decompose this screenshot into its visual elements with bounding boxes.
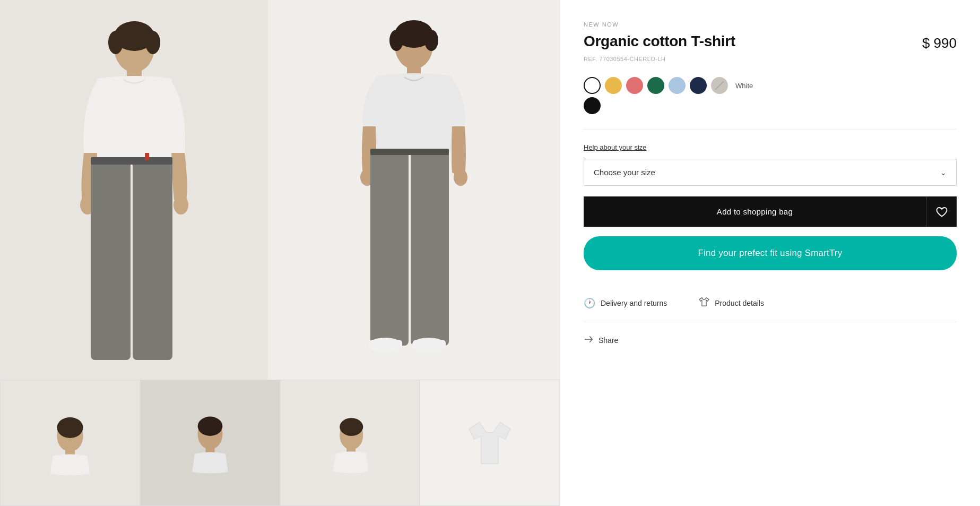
thumbnail-2[interactable] bbox=[140, 380, 280, 506]
color-swatch-light-blue[interactable] bbox=[669, 77, 686, 94]
thumbnail-4[interactable] bbox=[420, 380, 560, 506]
svg-rect-22 bbox=[369, 340, 402, 348]
svg-point-29 bbox=[197, 417, 222, 436]
product-badge: NEW NOW bbox=[584, 21, 957, 28]
bottom-links: 🕐 Delivery and returns Product details bbox=[584, 297, 957, 309]
svg-rect-19 bbox=[411, 149, 449, 346]
product-details-label: Product details bbox=[715, 299, 764, 307]
share-icon bbox=[584, 335, 593, 345]
tshirt-icon bbox=[699, 297, 709, 309]
svg-rect-7 bbox=[91, 158, 131, 360]
delivery-returns-label: Delivery and returns bbox=[601, 299, 667, 307]
gallery-main-images bbox=[0, 0, 560, 380]
svg-rect-20 bbox=[370, 149, 449, 155]
color-swatch-light-gray[interactable] bbox=[711, 77, 728, 94]
svg-rect-9 bbox=[91, 157, 172, 165]
size-dropdown-label: Choose your size bbox=[594, 168, 655, 177]
svg-rect-8 bbox=[133, 158, 172, 360]
add-to-bag-row: Add to shopping bag bbox=[584, 196, 957, 227]
gallery-thumbnails bbox=[0, 380, 560, 506]
page-layout: NEW NOW Organic cotton T-shirt $ 990 REF… bbox=[0, 0, 980, 506]
svg-point-17 bbox=[454, 169, 467, 186]
smart-try-button[interactable]: Find your prefect fit using SmartTry bbox=[584, 236, 957, 270]
clock-icon: 🕐 bbox=[584, 297, 595, 309]
chevron-down-icon: ⌄ bbox=[940, 168, 947, 177]
main-image-left[interactable] bbox=[0, 0, 268, 380]
svg-rect-24 bbox=[413, 340, 446, 348]
size-dropdown[interactable]: Choose your size ⌄ bbox=[584, 159, 957, 186]
product-panel: NEW NOW Organic cotton T-shirt $ 990 REF… bbox=[560, 0, 980, 506]
size-help-link[interactable]: Help about your size bbox=[584, 143, 647, 151]
svg-point-14 bbox=[424, 30, 438, 51]
color-swatches-row-2 bbox=[584, 97, 957, 114]
product-gallery bbox=[0, 0, 560, 506]
color-swatches-row-1: White bbox=[584, 77, 957, 94]
svg-point-3 bbox=[145, 31, 160, 54]
color-section: White bbox=[584, 77, 957, 114]
divider-2 bbox=[584, 322, 957, 322]
share-label: Share bbox=[599, 336, 618, 345]
product-title: Organic cotton T-shirt bbox=[584, 33, 735, 50]
svg-point-26 bbox=[57, 417, 83, 438]
svg-rect-10 bbox=[145, 153, 149, 160]
color-swatch-black[interactable] bbox=[584, 97, 601, 114]
svg-rect-18 bbox=[370, 149, 409, 346]
thumbnail-3[interactable] bbox=[280, 380, 420, 506]
color-swatch-navy[interactable] bbox=[690, 77, 707, 94]
color-swatch-green[interactable] bbox=[647, 77, 664, 94]
color-swatch-yellow[interactable] bbox=[605, 77, 622, 94]
heart-icon bbox=[936, 207, 948, 217]
product-price: $ 990 bbox=[922, 33, 957, 52]
color-swatch-white[interactable] bbox=[584, 77, 601, 94]
main-image-right[interactable] bbox=[268, 0, 560, 380]
svg-point-13 bbox=[389, 30, 403, 51]
color-swatch-pink-red[interactable] bbox=[626, 77, 643, 94]
product-details-link[interactable]: Product details bbox=[699, 297, 764, 309]
share-row[interactable]: Share bbox=[584, 335, 957, 345]
selected-color-name: White bbox=[735, 82, 753, 90]
svg-point-2 bbox=[108, 31, 123, 54]
thumbnail-1[interactable] bbox=[0, 380, 140, 506]
svg-point-6 bbox=[174, 195, 188, 215]
wishlist-button[interactable] bbox=[926, 196, 957, 227]
add-to-bag-button[interactable]: Add to shopping bag bbox=[584, 196, 926, 227]
delivery-returns-link[interactable]: 🕐 Delivery and returns bbox=[584, 297, 667, 309]
svg-point-32 bbox=[340, 418, 363, 436]
product-ref: REF. 77030554-CHERLO-LH bbox=[584, 56, 957, 62]
product-title-row: Organic cotton T-shirt $ 990 bbox=[584, 33, 957, 52]
divider-1 bbox=[584, 129, 957, 130]
